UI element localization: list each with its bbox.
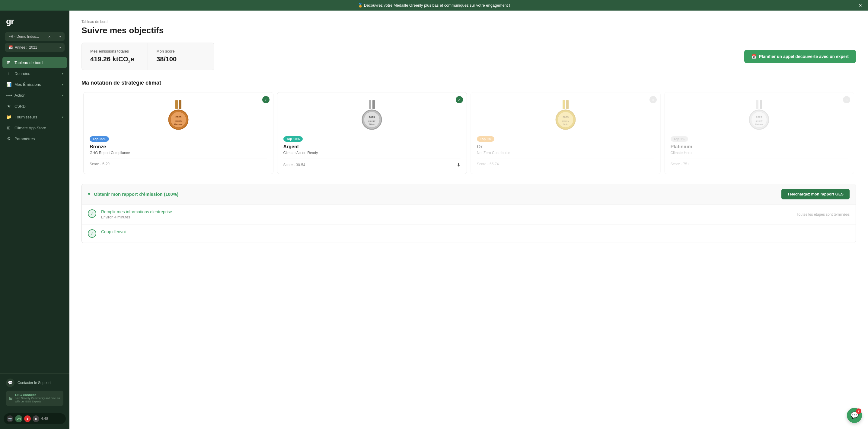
svg-rect-15 xyxy=(566,100,568,109)
sidebar-item-csrd[interactable]: ★ CSRD xyxy=(0,101,69,112)
logo-text: gr xyxy=(6,17,14,26)
svg-text:greenly: greenly xyxy=(756,120,763,122)
svg-rect-8 xyxy=(372,100,375,109)
company-clear-icon[interactable]: ✕ xyxy=(48,35,51,39)
sidebar-item-label: Tableau de bord xyxy=(14,60,42,65)
stop-icon: ■ xyxy=(24,416,31,422)
or-badge: Top 5% xyxy=(477,136,494,142)
support-button[interactable]: 💬 Contacter le Support xyxy=(6,378,63,387)
argent-medal-name: Argent xyxy=(283,144,461,149)
banner-text: 🏅 Découvrez votre Médaille Greenly plus … xyxy=(358,3,510,7)
medal-card-platinium: ○ 2023 greenly Platinum Top 1% Plati xyxy=(664,92,855,174)
svg-rect-21 xyxy=(756,100,758,109)
svg-text:greenly: greenly xyxy=(175,120,182,122)
platinium-medal-name: Platinium xyxy=(671,144,848,149)
svg-text:2023: 2023 xyxy=(756,116,762,119)
sidebar: gr FR - Démo Indus... ✕ ▾ 📅 Année : 2021… xyxy=(0,10,69,429)
score-value: 38/100 xyxy=(156,55,206,63)
sidebar-item-parametres[interactable]: ⚙ Paramètres xyxy=(0,133,69,144)
top-banner: 🏅 Découvrez votre Médaille Greenly plus … xyxy=(0,0,868,10)
parametres-icon: ⚙ xyxy=(6,136,11,141)
donnees-icon: ↑ xyxy=(6,71,11,76)
year-filter-label: Année : xyxy=(15,45,27,50)
csrd-icon: ★ xyxy=(6,104,11,109)
bronze-medal-svg: 2023 greenly Bronze xyxy=(165,100,192,130)
svg-text:2023: 2023 xyxy=(563,116,568,119)
progress-item-status-1: Toutes les étapes sont terminées xyxy=(797,212,849,217)
action-chevron-icon: ▾ xyxy=(62,94,63,97)
or-score-text: Score - 55-74 xyxy=(477,162,499,166)
argent-badge: Top 10% xyxy=(283,136,303,142)
score-label: Mon score xyxy=(156,49,206,54)
esg-icon: ⊞ xyxy=(9,396,13,401)
progress-item-coup-envoi: ✓ Coup d'envoi xyxy=(82,225,856,243)
medal-img-or: 2023 greenly Gold xyxy=(551,98,581,132)
sidebar-item-fournisseurs[interactable]: 📁 Fournisseurs ▾ xyxy=(0,112,69,122)
sidebar-filters: FR - Démo Indus... ✕ ▾ 📅 Année : 2021 ▾ xyxy=(0,29,69,55)
company-filter-button[interactable]: FR - Démo Indus... ✕ ▾ xyxy=(5,32,65,41)
progress-chevron-icon[interactable]: ▾ xyxy=(88,191,90,197)
esg-connect-text: ESG connect Join Greenly Community and d… xyxy=(15,393,60,404)
sidebar-bottom: 💬 Contacter le Support ⊞ ESG connect Joi… xyxy=(0,373,69,411)
svg-rect-1 xyxy=(179,100,181,109)
medal-img-platinium: 2023 greenly Platinum xyxy=(744,98,774,132)
sidebar-nav: ⊞ Tableau de bord ↑ Données ▾ 📊 Mes Émis… xyxy=(0,55,69,373)
fournisseurs-chevron-icon: ▾ xyxy=(62,115,63,119)
action-icon: ⟿ xyxy=(6,93,11,97)
sidebar-item-label: Données xyxy=(14,71,30,76)
medal-check-bronze: ✓ xyxy=(262,96,270,103)
sidebar-item-mes-emissions[interactable]: 📊 Mes Émissions ▾ xyxy=(0,79,69,90)
sidebar-item-tableau-de-bord[interactable]: ⊞ Tableau de bord xyxy=(2,57,67,68)
svg-text:2023: 2023 xyxy=(369,116,375,119)
sidebar-item-label: Mes Émissions xyxy=(14,82,41,87)
platinium-badge: Top 1% xyxy=(671,136,688,142)
sidebar-item-label: Action xyxy=(14,93,25,97)
tableau-de-bord-icon: ⊞ xyxy=(6,60,11,65)
sidebar-logo: gr xyxy=(0,10,69,29)
recording-bar: 📷 ON ■ ⏸ 4:48 xyxy=(0,411,69,429)
sidebar-item-label: Climate App Store xyxy=(14,126,46,130)
argent-medal-score: Score - 30-54 ⬇ xyxy=(283,159,461,168)
progress-item-text-1: Remplir mes informations d'entreprise En… xyxy=(101,209,792,219)
score-stat-card: Mon score 38/100 xyxy=(148,42,214,70)
argent-score-text: Score - 30-54 xyxy=(283,163,305,167)
expert-btn-label: Planifier un appel découverte avec un ex… xyxy=(759,54,849,59)
calendar-icon: 📅 xyxy=(751,54,756,59)
year-filter-button[interactable]: 📅 Année : 2021 ▾ xyxy=(5,43,65,52)
camera-button[interactable]: 📷 xyxy=(7,416,13,422)
bronze-score-text: Score - 5-29 xyxy=(90,162,110,166)
argent-download-icon[interactable]: ⬇ xyxy=(457,162,461,168)
progress-item-title-1: Remplir mes informations d'entreprise xyxy=(101,209,792,214)
sidebar-item-climate-app-store[interactable]: ⊞ Climate App Store xyxy=(0,122,69,133)
medal-card-argent: ✓ 2023 greenly Silver Top 10% Argent xyxy=(277,92,467,174)
svg-text:2023: 2023 xyxy=(175,116,181,119)
platinium-medal-desc: Climate Hero xyxy=(671,151,848,155)
stop-button[interactable]: ■ xyxy=(24,416,31,422)
progress-check-circle-1: ✓ xyxy=(88,209,96,218)
sidebar-item-donnees[interactable]: ↑ Données ▾ xyxy=(0,68,69,79)
pause-button[interactable]: ⏸ xyxy=(33,416,39,422)
svg-text:Gold: Gold xyxy=(563,123,568,126)
medal-card-or: ○ 2023 greenly Gold Top 5% Or xyxy=(470,92,661,174)
chat-button[interactable]: 💬 2 xyxy=(847,408,862,423)
or-medal-score: Score - 55-74 xyxy=(477,159,654,166)
progress-download-button[interactable]: Téléchargez mon rapport GES xyxy=(781,189,849,199)
company-name: FR - Démo Indus... xyxy=(8,34,39,39)
esg-connect-button[interactable]: ⊞ ESG connect Join Greenly Community and… xyxy=(6,391,63,406)
medal-img-bronze: 2023 greenly Bronze xyxy=(163,98,193,132)
sidebar-item-label: CSRD xyxy=(14,104,26,109)
fournisseurs-icon: 📁 xyxy=(6,114,11,119)
mes-emissions-chevron-icon: ▾ xyxy=(62,83,63,86)
sidebar-item-action[interactable]: ⟿ Action ▾ xyxy=(0,90,69,101)
emissions-label: Mes émissions totales xyxy=(90,49,139,54)
recording-time: 4:48 xyxy=(41,417,48,421)
chat-badge: 2 xyxy=(856,408,861,414)
progress-check-circle-2: ✓ xyxy=(88,229,96,238)
progress-item-text-2: Coup d'envoi xyxy=(101,229,849,235)
esg-connect-label: ESG connect xyxy=(15,393,60,397)
expert-call-button[interactable]: 📅 Planifier un appel découverte avec un … xyxy=(744,50,856,63)
progress-section-title: Obtenir mon rapport d'émission (100%) xyxy=(94,192,178,197)
banner-close-button[interactable]: × xyxy=(859,2,862,8)
platinium-medal-svg: 2023 greenly Platinum xyxy=(745,100,773,130)
sidebar-item-label: Fournisseurs xyxy=(14,115,37,119)
